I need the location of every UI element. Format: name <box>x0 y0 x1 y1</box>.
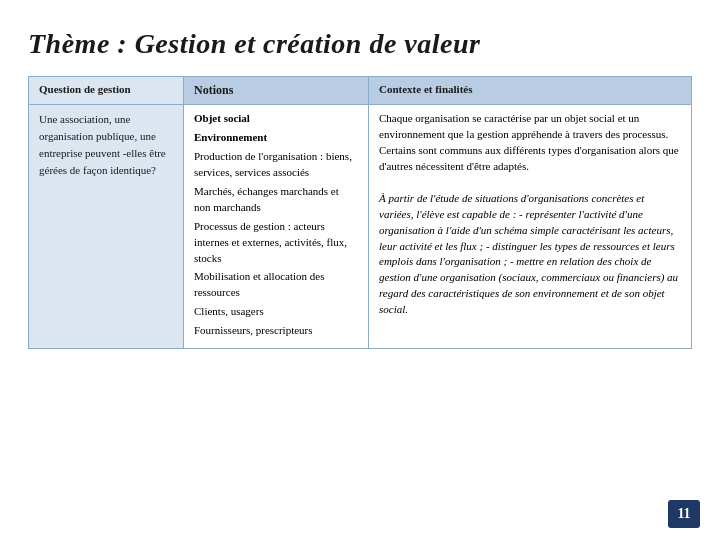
slide: Thème : Gestion et création de valeur Qu… <box>0 0 720 540</box>
context-cell: Chaque organisation se caractérise par u… <box>369 105 692 349</box>
table-row: Une association, une organisation publiq… <box>29 105 692 349</box>
context-italic-text: À partir de l'étude de situations d'orga… <box>379 191 681 319</box>
page-title: Thème : Gestion et création de valeur <box>28 28 692 60</box>
notion-item: Environnement <box>194 130 358 146</box>
notions-cell: Objet socialEnvironnementProduction de l… <box>184 105 369 349</box>
header-col3: Contexte et finalités <box>369 77 692 105</box>
header-col2: Notions <box>184 77 369 105</box>
notion-item: Processus de gestion : acteurs internes … <box>194 219 358 267</box>
page-number: 11 <box>668 500 700 528</box>
notion-item: Fournisseurs, prescripteurs <box>194 323 358 339</box>
notions-list: Objet socialEnvironnementProduction de l… <box>194 111 358 339</box>
notion-item: Objet social <box>194 111 358 127</box>
notion-item: Marchés, échanges marchands et non march… <box>194 184 358 216</box>
content-table: Question de gestion Notions Contexte et … <box>28 76 692 349</box>
question-cell: Une association, une organisation publiq… <box>29 105 184 349</box>
question-text: Une association, une organisation publiq… <box>39 113 166 176</box>
context-normal-text: Chaque organisation se caractérise par u… <box>379 111 681 175</box>
notion-item: Mobilisation et allocation des ressource… <box>194 269 358 301</box>
notion-item: Production de l'organisation : biens, se… <box>194 149 358 181</box>
header-col1: Question de gestion <box>29 77 184 105</box>
notion-item: Clients, usagers <box>194 304 358 320</box>
